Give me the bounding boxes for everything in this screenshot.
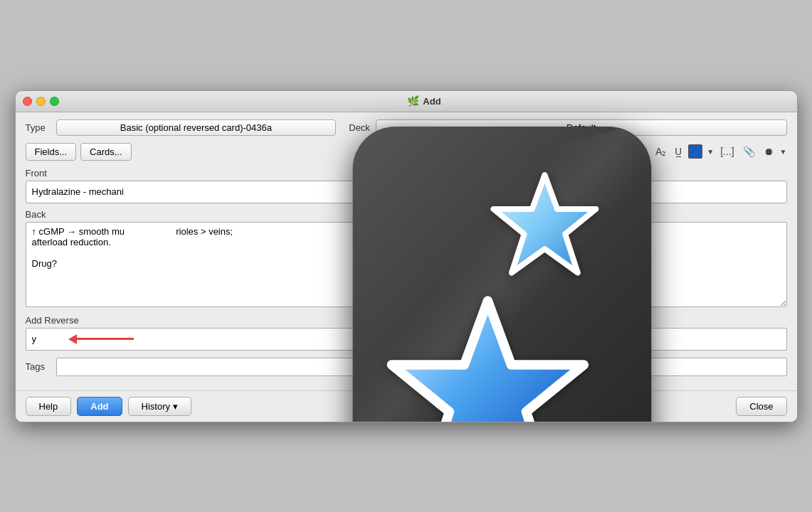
toolbar-row: Fields... Cards... U A² A₂ U̲ ▼ [...] 📎 … xyxy=(26,143,787,161)
superscript-button[interactable]: A² xyxy=(635,145,649,158)
titlebar: 🌿 Add xyxy=(16,91,797,112)
subscript-button[interactable]: A₂ xyxy=(653,145,668,158)
color-picker-button[interactable] xyxy=(688,144,702,159)
front-section: Front xyxy=(26,168,787,209)
history-label: History xyxy=(142,401,170,412)
close-button[interactable]: Close xyxy=(736,397,786,416)
minimize-traffic-light[interactable] xyxy=(36,97,46,106)
window-title: 🌿 Add xyxy=(59,95,790,107)
deck-button[interactable]: Default xyxy=(376,119,787,136)
back-label: Back xyxy=(26,209,787,220)
color-dropdown-arrow[interactable]: ▼ xyxy=(707,148,714,156)
back-section: Back xyxy=(26,209,787,315)
record-button[interactable]: ⏺ xyxy=(761,145,776,158)
close-traffic-light[interactable] xyxy=(23,97,32,106)
front-label: Front xyxy=(26,168,787,178)
add-button[interactable]: Add xyxy=(77,397,122,416)
add-reverse-label: Add Reverse xyxy=(26,315,787,326)
tags-row: Tags xyxy=(26,358,787,376)
deck-label: Deck xyxy=(349,122,370,133)
cards-button[interactable]: Cards... xyxy=(80,143,132,161)
type-label: Type xyxy=(26,122,51,133)
add-title-icon: 🌿 xyxy=(407,95,419,107)
bottom-bar: Help Add History ▾ Close xyxy=(16,390,797,422)
main-content: Type Basic (optional reversed card)-0436… xyxy=(16,112,797,390)
underline2-button[interactable]: U̲ xyxy=(673,145,684,158)
main-window: 🌿 Add Type Basic (optional reversed card… xyxy=(15,90,798,422)
title-text: Add xyxy=(423,96,441,107)
add-reverse-input[interactable] xyxy=(26,328,787,351)
history-button[interactable]: History ▾ xyxy=(128,397,191,416)
type-deck-row: Type Basic (optional reversed card)-0436… xyxy=(26,119,787,136)
bracket-button[interactable]: [...] xyxy=(718,145,736,158)
back-textarea[interactable] xyxy=(26,222,787,307)
front-input[interactable] xyxy=(26,181,787,203)
type-button[interactable]: Basic (optional reversed card)-0436a xyxy=(56,119,337,136)
underline-button[interactable]: U xyxy=(619,145,631,158)
tags-label: Tags xyxy=(26,361,51,372)
help-button[interactable]: Help xyxy=(26,397,72,416)
fields-button[interactable]: Fields... xyxy=(26,143,77,161)
maximize-traffic-light[interactable] xyxy=(50,97,59,106)
traffic-lights xyxy=(23,97,59,106)
add-reverse-wrapper xyxy=(26,328,787,351)
record-dropdown-arrow[interactable]: ▼ xyxy=(780,148,787,156)
tags-input[interactable] xyxy=(56,358,787,376)
history-dropdown-arrow: ▾ xyxy=(173,401,178,412)
attach-button[interactable]: 📎 xyxy=(741,145,757,158)
add-reverse-section: Add Reverse xyxy=(26,315,787,351)
